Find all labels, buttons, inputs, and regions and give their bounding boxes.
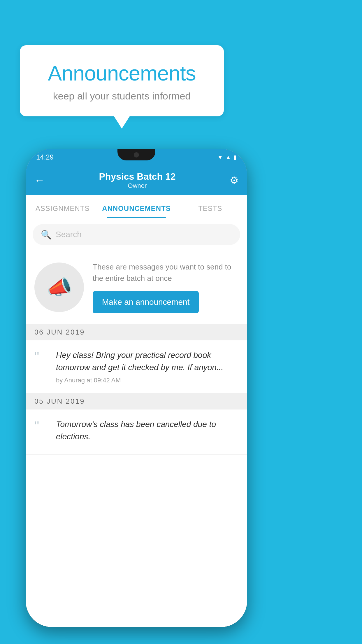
date-divider-june5: 05 JUN 2019 [26,393,247,410]
announcement-message-1: Hey class! Bring your practical record b… [56,349,238,374]
announcement-item-1: " Hey class! Bring your practical record… [26,340,247,393]
front-camera [134,152,139,158]
signal-icon: ▲ [225,154,231,161]
search-icon: 🔍 [41,230,52,240]
announcement-icon-circle: 📣 [34,262,84,312]
header-center: Physics Batch 12 Owner [99,171,175,190]
speech-bubble-subtitle: keep all your students informed [37,90,206,102]
tab-assignments[interactable]: ASSIGNMENTS [26,204,99,218]
tab-announcements[interactable]: ANNOUNCEMENTS [99,204,173,218]
speech-bubble-title: Announcements [37,61,206,85]
batch-title: Physics Batch 12 [99,171,175,182]
announcement-right: These are messages you want to send to t… [93,261,238,313]
search-placeholder: Search [56,230,82,239]
speech-bubble: Announcements keep all your students inf… [20,45,224,116]
speech-bubble-container: Announcements keep all your students inf… [20,45,224,116]
announcement-empty-state: 📣 These are messages you want to send to… [26,251,247,324]
wifi-icon: ▼ [217,154,223,161]
back-button[interactable]: ← [34,174,45,186]
search-bar[interactable]: 🔍 Search [33,224,240,245]
announcement-description: These are messages you want to send to t… [93,261,238,284]
app-header: ← Physics Batch 12 Owner ⚙ [26,166,247,195]
batch-role: Owner [99,182,175,190]
announcement-content-2: Tomorrow's class has been cancelled due … [56,418,238,446]
announcement-meta-1: by Anurag at 09:42 AM [56,377,238,384]
settings-icon[interactable]: ⚙ [230,174,238,186]
phone-notch [117,149,155,160]
tab-tests[interactable]: TESTS [173,204,247,218]
announcement-item-2: " Tomorrow's class has been cancelled du… [26,410,247,455]
phone-frame: 14:29 ▼ ▲ ▮ ← Physics Batch 12 Owner ⚙ A… [26,149,247,627]
quote-icon-2: " [34,419,49,433]
make-announcement-button[interactable]: Make an announcement [93,291,199,313]
quote-icon-1: " [34,350,49,364]
search-container: 🔍 Search [26,218,247,251]
battery-icon: ▮ [233,154,237,161]
announcement-content-1: Hey class! Bring your practical record b… [56,349,238,384]
megaphone-icon: 📣 [47,275,72,299]
phone-screen: 14:29 ▼ ▲ ▮ ← Physics Batch 12 Owner ⚙ A… [26,149,247,627]
announcement-message-2: Tomorrow's class has been cancelled due … [56,418,238,443]
tabs-bar: ASSIGNMENTS ANNOUNCEMENTS TESTS [26,195,247,218]
status-time: 14:29 [36,153,54,161]
date-divider-june6: 06 JUN 2019 [26,324,247,340]
status-icons: ▼ ▲ ▮ [217,154,237,161]
